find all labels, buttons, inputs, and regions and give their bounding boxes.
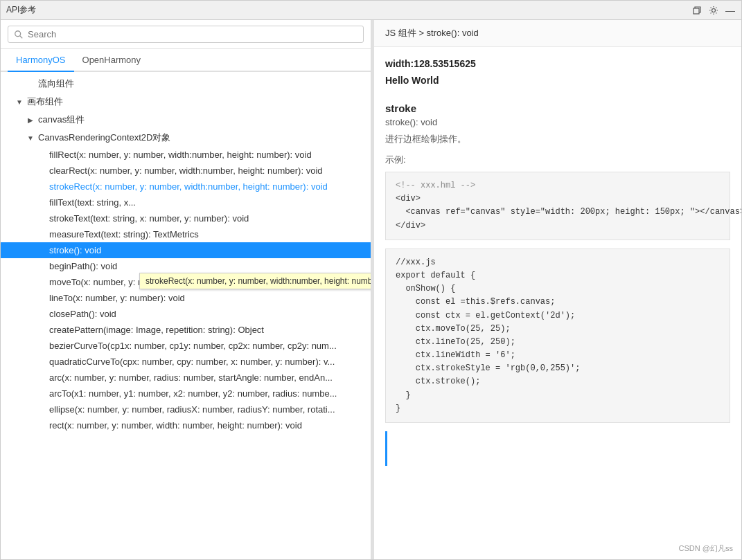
tree-item-label: measureText(text: string): TextMetrics	[49, 229, 199, 240]
result-value: width:128.53515625	[385, 58, 730, 69]
expand-icon	[37, 405, 46, 415]
expand-icon	[37, 166, 46, 176]
tree-item-label: 画布组件	[27, 96, 63, 108]
minimize-button[interactable]: —	[725, 5, 736, 16]
restore-button[interactable]	[691, 5, 703, 16]
breadcrumb: JS 组件 > stroke(): void	[374, 20, 741, 47]
list-item[interactable]: ▼ 画布组件	[1, 93, 371, 111]
api-signature: stroke(): void	[385, 117, 730, 127]
expand-icon: ▶	[26, 115, 35, 125]
svg-point-2	[15, 30, 21, 36]
tree-item-label: createPattern(image: Image, repetition: …	[49, 325, 264, 335]
tab-openharmony[interactable]: OpenHarmony	[74, 49, 150, 72]
list-item[interactable]: lineTo(x: number, y: number): void	[1, 290, 371, 306]
list-item[interactable]: createPattern(image: Image, repetition: …	[1, 322, 371, 338]
expand-icon	[37, 262, 46, 271]
list-item[interactable]: beginPath(): void	[1, 258, 371, 274]
expand-icon	[37, 341, 46, 351]
expand-icon	[37, 373, 46, 383]
expand-icon	[37, 214, 46, 224]
list-item[interactable]: closePath(): void	[1, 306, 371, 322]
tree-item-label: canvas组件	[38, 114, 85, 126]
tree-item-label: arcTo(x1: number, y1: number, x2: number…	[49, 388, 337, 399]
tree-item-label: clearRect(x: number, y: number, width:nu…	[49, 165, 323, 176]
list-item[interactable]: ▼ CanvasRenderingContext2D对象	[1, 129, 371, 147]
list-item[interactable]: measureText(text: string): TextMetrics	[1, 226, 371, 242]
cursor-bar	[385, 431, 387, 466]
code-block-html: <!-- xxx.hml --> <div> <canvas ref="canv…	[385, 172, 730, 240]
app-window: API参考 —	[0, 0, 742, 560]
search-input[interactable]	[28, 29, 357, 39]
tab-bar: HarmonyOS OpenHarmony	[1, 49, 371, 72]
tree-item-label: strokeRect(x: number, y: number, width:n…	[49, 181, 328, 192]
svg-rect-0	[694, 8, 699, 14]
list-item[interactable]: fillText(text: string, x...	[1, 195, 371, 210]
expand-icon: ▼	[26, 133, 35, 143]
settings-button[interactable]	[708, 5, 719, 16]
expand-icon	[37, 182, 46, 192]
list-item[interactable]: rect(x: number, y: number, width: number…	[1, 417, 371, 433]
tree-area: 流向组件 ▼ 画布组件 ▶ canvas组件 ▼ CanvasRendering…	[1, 72, 371, 559]
expand-icon	[37, 389, 46, 399]
expand-icon	[37, 278, 46, 287]
list-item-strokerect[interactable]: strokeRect(x: number, y: number, width:n…	[1, 179, 371, 195]
expand-icon	[37, 421, 46, 431]
code-block-js: //xxx.js export default { onShow() { con…	[385, 249, 730, 423]
expand-icon	[37, 357, 46, 367]
expand-icon	[37, 198, 46, 208]
left-panel: HarmonyOS OpenHarmony 流向组件 ▼ 画布组件 ▶ c	[1, 20, 371, 559]
tree-item-label: arc(x: number, y: number, radius: number…	[49, 372, 333, 383]
title-controls: —	[691, 5, 736, 16]
list-item[interactable]: bezierCurveTo(cp1x: number, cp1y: number…	[1, 338, 371, 354]
right-panel: JS 组件 > stroke(): void width:128.5351562…	[374, 20, 741, 559]
svg-point-1	[712, 8, 716, 12]
tree-item-label: beginPath(): void	[49, 261, 117, 271]
main-content: HarmonyOS OpenHarmony 流向组件 ▼ 画布组件 ▶ c	[1, 20, 741, 559]
expand-icon	[37, 230, 46, 240]
expand-icon	[37, 309, 46, 319]
list-item[interactable]: clearRect(x: number, y: number, width:nu…	[1, 163, 371, 179]
tab-harmonyos[interactable]: HarmonyOS	[8, 49, 74, 72]
list-item[interactable]: quadraticCurveTo(cpx: number, cpy: numbe…	[1, 354, 371, 370]
search-icon	[14, 30, 24, 39]
tree-item-label: fillRect(x: number, y: number, width:num…	[49, 150, 312, 160]
expand-icon	[37, 293, 46, 303]
api-name: stroke	[385, 102, 730, 114]
tree-item-label: fillText(text: string, x...	[49, 197, 136, 208]
tree-item-label: quadraticCurveTo(cpx: number, cpy: numbe…	[49, 356, 335, 367]
tree-item-label: closePath(): void	[49, 309, 116, 319]
result-hello: Hello World	[385, 75, 730, 86]
list-item[interactable]: 流向组件	[1, 75, 371, 93]
expand-icon: ▼	[15, 97, 24, 107]
tree-item-label: rect(x: number, y: number, width: number…	[49, 420, 302, 431]
expand-icon	[37, 246, 46, 255]
tree-item-label: strokeText(text: string, x: number, y: n…	[49, 213, 249, 224]
expand-icon	[37, 325, 46, 335]
tree-item-label: bezierCurveTo(cp1x: number, cp1y: number…	[49, 341, 337, 351]
expand-icon	[37, 150, 46, 160]
api-description: 进行边框绘制操作。	[385, 133, 730, 145]
expand-icon	[26, 79, 35, 89]
tree-item-label: 流向组件	[38, 78, 74, 90]
search-bar	[1, 20, 371, 49]
list-item[interactable]: arc(x: number, y: number, radius: number…	[1, 370, 371, 386]
list-item[interactable]: ellipse(x: number, y: number, radiusX: n…	[1, 401, 371, 417]
tooltip: strokeRect(x: number, y: number, width:n…	[139, 273, 371, 289]
search-input-wrap[interactable]	[8, 26, 364, 43]
list-item[interactable]: fillRect(x: number, y: number, width:num…	[1, 147, 371, 163]
app-title: API参考	[6, 4, 36, 16]
tree-item-label: ellipse(x: number, y: number, radiusX: n…	[49, 404, 335, 415]
svg-line-3	[20, 35, 23, 38]
watermark: CSDN @幻凡ss	[679, 543, 733, 554]
tree-item-label: CanvasRenderingContext2D对象	[38, 132, 170, 144]
tree-item-label: stroke(): void	[49, 245, 101, 255]
right-content: width:128.53515625 Hello World stroke st…	[374, 47, 741, 559]
title-bar: API参考 —	[1, 1, 741, 20]
tree-item-label: lineTo(x: number, y: number): void	[49, 293, 185, 303]
list-item[interactable]: arcTo(x1: number, y1: number, x2: number…	[1, 386, 371, 401]
list-item[interactable]: ▶ canvas组件	[1, 111, 371, 129]
example-label: 示例:	[385, 154, 730, 166]
list-item-stroke-selected[interactable]: stroke(): void	[1, 242, 371, 258]
list-item[interactable]: strokeText(text: string, x: number, y: n…	[1, 210, 371, 226]
